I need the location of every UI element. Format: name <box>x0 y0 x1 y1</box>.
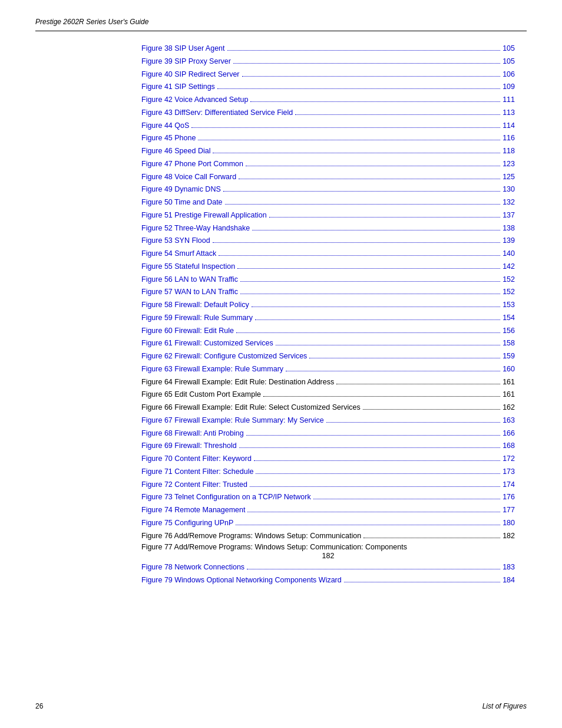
list-item: Figure 52 Three-Way Handshake138 <box>141 223 515 234</box>
list-item: Figure 51 Prestige Firewall Application1… <box>141 210 515 221</box>
toc-dots-fig47 <box>246 166 500 166</box>
toc-dots-fig45 <box>198 140 500 140</box>
toc-link-fig41[interactable]: Figure 41 SIP Settings <box>141 81 215 93</box>
toc-link-fig64[interactable]: Figure 64 Firewall Example: Edit Rule: D… <box>141 377 334 388</box>
toc-link-fig49[interactable]: Figure 49 Dynamic DNS <box>141 184 221 195</box>
toc-link-fig48[interactable]: Figure 48 Voice Call Forward <box>141 172 236 183</box>
toc-page-fig46: 118 <box>503 146 515 157</box>
toc-link-fig55[interactable]: Figure 55 Stateful Inspection <box>141 261 235 272</box>
toc-link-fig78[interactable]: Figure 78 Network Connections <box>141 562 244 573</box>
toc-page-fig52: 138 <box>503 223 515 234</box>
toc-page-fig73: 176 <box>503 492 515 503</box>
toc-dots-fig44 <box>191 127 500 128</box>
toc-link-fig65[interactable]: Figure 65 Edit Custom Port Example <box>141 389 261 400</box>
list-item: Figure 75 Configuring UPnP180 <box>141 518 515 529</box>
toc-link-fig62[interactable]: Figure 62 Firewall: Configure Customized… <box>141 351 307 362</box>
toc-link-fig40[interactable]: Figure 40 SIP Redirect Server <box>141 69 240 80</box>
list-item: Figure 50 Time and Date132 <box>141 197 515 208</box>
list-item: Figure 69 Firewall: Threshold168 <box>141 440 515 452</box>
list-item: Figure 53 SYN Flood139 <box>141 235 515 246</box>
toc-page-fig47: 123 <box>503 159 515 170</box>
list-item: Figure 45 Phone116 <box>141 133 515 144</box>
toc-dots-fig68 <box>246 435 500 436</box>
toc-link-fig53[interactable]: Figure 53 SYN Flood <box>141 235 210 246</box>
toc-link-fig45[interactable]: Figure 45 Phone <box>141 133 196 144</box>
toc-page-fig68: 166 <box>503 428 515 439</box>
toc-dots-fig63 <box>286 371 500 371</box>
toc-link-fig74[interactable]: Figure 74 Remote Management <box>141 505 245 516</box>
toc-link-fig42[interactable]: Figure 42 Voice Advanced Setup <box>141 94 248 106</box>
toc-page-fig40: 106 <box>503 69 515 80</box>
toc-list: Figure 38 SIP User Agent105Figure 39 SIP… <box>141 43 515 586</box>
toc-dots-fig65 <box>263 396 500 397</box>
toc-link-fig47[interactable]: Figure 47 Phone Port Common <box>141 159 243 170</box>
list-item: Figure 67 Firewall Example: Rule Summary… <box>141 415 515 426</box>
toc-dots-fig78 <box>247 569 500 569</box>
toc-dots-fig51 <box>269 217 501 218</box>
toc-link-fig69[interactable]: Figure 69 Firewall: Threshold <box>141 440 237 452</box>
list-item: Figure 70 Content Filter: Keyword172 <box>141 453 515 465</box>
toc-dots-fig69 <box>239 447 500 448</box>
toc-page-fig38: 105 <box>503 43 515 54</box>
toc-link-fig57[interactable]: Figure 57 WAN to LAN Traffic <box>141 286 238 298</box>
toc-link-fig68[interactable]: Figure 68 Firewall: Anti Probing <box>141 428 244 439</box>
toc-link-fig52[interactable]: Figure 52 Three-Way Handshake <box>141 223 250 234</box>
toc-page-fig48: 125 <box>503 172 515 183</box>
list-item: Figure 46 Speed Dial118 <box>141 146 515 157</box>
toc-link-fig54[interactable]: Figure 54 Smurf Attack <box>141 248 216 259</box>
toc-link-fig73[interactable]: Figure 73 Telnet Configuration on a TCP/… <box>141 492 311 503</box>
toc-link-fig67[interactable]: Figure 67 Firewall Example: Rule Summary… <box>141 415 324 426</box>
toc-link-fig77[interactable]: Figure 77 Add/Remove Programs: Windows S… <box>141 543 407 551</box>
toc-page-fig77: 182 <box>141 552 515 560</box>
toc-link-fig71[interactable]: Figure 71 Content Filter: Schedule <box>141 466 253 477</box>
list-item: Figure 48 Voice Call Forward125 <box>141 172 515 183</box>
toc-link-fig58[interactable]: Figure 58 Firewall: Default Policy <box>141 299 249 311</box>
toc-page-fig75: 180 <box>503 518 515 529</box>
list-item: Figure 78 Network Connections183 <box>141 562 515 573</box>
footer-page-number: 26 <box>35 702 43 710</box>
toc-dots-fig55 <box>237 268 500 269</box>
toc-page-fig72: 174 <box>503 479 515 490</box>
toc-dots-fig50 <box>225 204 501 205</box>
list-item: Figure 47 Phone Port Common123 <box>141 159 515 170</box>
list-item: Figure 59 Firewall: Rule Summary154 <box>141 312 515 324</box>
toc-link-fig70[interactable]: Figure 70 Content Filter: Keyword <box>141 453 252 465</box>
toc-dots-fig67 <box>326 422 500 423</box>
toc-link-fig72[interactable]: Figure 72 Content Filter: Trusted <box>141 479 247 490</box>
toc-link-fig79[interactable]: Figure 79 Windows Optional Networking Co… <box>141 575 342 586</box>
toc-link-fig44[interactable]: Figure 44 QoS <box>141 120 189 131</box>
toc-link-fig38[interactable]: Figure 38 SIP User Agent <box>141 43 225 54</box>
toc-dots-fig76 <box>363 538 500 538</box>
toc-page-fig60: 156 <box>503 325 515 337</box>
toc-page-fig71: 173 <box>503 466 515 477</box>
toc-link-fig59[interactable]: Figure 59 Firewall: Rule Summary <box>141 312 253 324</box>
list-item: Figure 49 Dynamic DNS130 <box>141 184 515 195</box>
toc-link-fig39[interactable]: Figure 39 SIP Proxy Server <box>141 56 231 67</box>
list-item: Figure 38 SIP User Agent105 <box>141 43 515 54</box>
toc-link-fig43[interactable]: Figure 43 DiffServ: Differentiated Servi… <box>141 107 293 118</box>
toc-dots-fig71 <box>256 473 500 474</box>
toc-dots-fig57 <box>240 294 500 294</box>
page-footer: 26 List of Figures <box>35 702 527 710</box>
toc-dots-fig70 <box>254 460 500 461</box>
toc-page-fig56: 152 <box>503 274 515 285</box>
toc-page-fig55: 142 <box>503 261 515 272</box>
toc-link-fig66[interactable]: Figure 66 Firewall Example: Edit Rule: S… <box>141 402 361 413</box>
list-item: Figure 41 SIP Settings109 <box>141 81 515 93</box>
toc-page-fig43: 113 <box>503 107 515 118</box>
toc-link-fig46[interactable]: Figure 46 Speed Dial <box>141 146 210 157</box>
toc-page-fig79: 184 <box>503 575 515 586</box>
toc-link-fig75[interactable]: Figure 75 Configuring UPnP <box>141 518 233 529</box>
toc-link-fig63[interactable]: Figure 63 Firewall Example: Rule Summary <box>141 364 283 375</box>
toc-link-fig50[interactable]: Figure 50 Time and Date <box>141 197 223 208</box>
list-item: Figure 40 SIP Redirect Server106 <box>141 69 515 80</box>
toc-link-fig51[interactable]: Figure 51 Prestige Firewall Application <box>141 210 267 221</box>
toc-link-fig61[interactable]: Figure 61 Firewall: Customized Services <box>141 338 273 349</box>
toc-link-fig76[interactable]: Figure 76 Add/Remove Programs: Windows S… <box>141 531 361 542</box>
toc-page-fig50: 132 <box>503 197 515 208</box>
toc-link-fig60[interactable]: Figure 60 Firewall: Edit Rule <box>141 325 234 337</box>
list-item: Figure 64 Firewall Example: Edit Rule: D… <box>141 377 515 388</box>
toc-dots-fig75 <box>236 525 500 525</box>
toc-link-fig56[interactable]: Figure 56 LAN to WAN Traffic <box>141 274 238 285</box>
list-item: Figure 63 Firewall Example: Rule Summary… <box>141 364 515 375</box>
